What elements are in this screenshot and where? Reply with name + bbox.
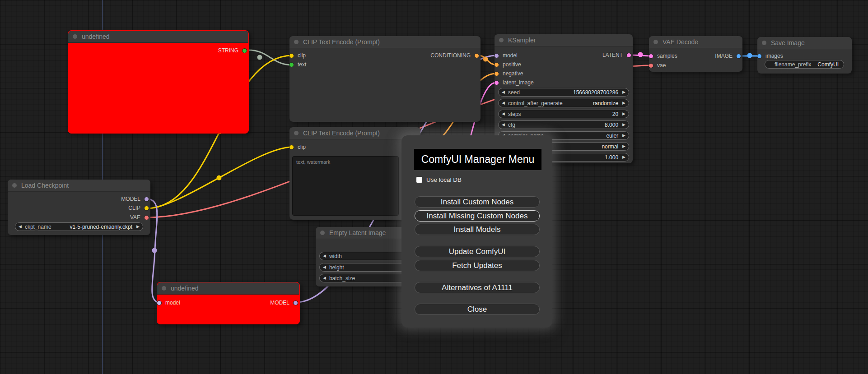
node-clip-text-encode-2[interactable]: CLIP Text Encode (Prompt) clip text, wat… xyxy=(289,127,420,220)
input-slot-text[interactable]: text xyxy=(289,61,310,68)
alternatives-of-a1111-button[interactable]: Alternatives of A1111 xyxy=(415,282,540,293)
node-load-checkpoint[interactable]: Load Checkpoint MODEL CLIP VAE ◀ ckpt_na… xyxy=(8,180,150,235)
output-slot-model[interactable]: MODEL xyxy=(117,195,151,203)
collapse-dot-icon[interactable] xyxy=(762,41,766,45)
slot-dot-image[interactable] xyxy=(736,54,741,59)
fetch-updates-button[interactable]: Fetch Updates xyxy=(415,260,540,271)
slot-dot-conditioning[interactable] xyxy=(494,71,499,76)
input-slot-clip[interactable]: clip xyxy=(289,143,309,151)
node-undefined-top[interactable]: undefined STRING xyxy=(68,30,249,134)
node-vae-decode[interactable]: VAE Decode samples vae IMAGE xyxy=(649,36,742,72)
widget-ckpt-name[interactable]: ◀ ckpt_name v1-5-pruned-emaonly.ckpt ▶ xyxy=(15,222,143,231)
decrement-arrow-icon[interactable]: ◀ xyxy=(323,276,326,280)
slot-dot-string[interactable] xyxy=(242,48,247,53)
decrement-arrow-icon[interactable]: ◀ xyxy=(502,101,505,105)
input-slot-latent-image[interactable]: latent_image xyxy=(494,79,537,86)
install-models-button[interactable]: Install Models xyxy=(415,224,540,235)
output-slot-string[interactable]: STRING xyxy=(215,47,249,54)
widget-cfg[interactable]: ◀ cfg 8.000 ▶ xyxy=(498,120,629,129)
slot-dot-vae[interactable] xyxy=(649,63,653,68)
input-slot-images[interactable]: images xyxy=(757,52,787,60)
slot-dot-image[interactable] xyxy=(757,54,762,59)
input-slot-positive[interactable]: positive xyxy=(494,61,525,68)
install-missing-custom-nodes-button[interactable]: Install Missing Custom Nodes xyxy=(415,210,540,222)
input-slot-clip[interactable]: clip xyxy=(289,52,309,59)
decrement-arrow-icon[interactable]: ◀ xyxy=(502,112,505,116)
prompt-textarea[interactable]: text, watermark xyxy=(292,156,399,216)
output-slot-image[interactable]: IMAGE xyxy=(711,52,743,60)
input-slot-samples[interactable]: samples xyxy=(649,52,681,60)
output-slot-conditioning[interactable]: CONDITIONING xyxy=(427,52,481,59)
node-header[interactable]: undefined xyxy=(68,31,248,43)
output-slot-clip[interactable]: CLIP xyxy=(125,204,151,212)
link-dot xyxy=(483,57,488,62)
slot-dot-latent[interactable] xyxy=(626,53,631,58)
node-header[interactable]: CLIP Text Encode (Prompt) xyxy=(289,127,420,139)
widget-steps[interactable]: ◀ steps 20 ▶ xyxy=(498,110,629,118)
collapse-dot-icon[interactable] xyxy=(162,286,166,291)
slot-dot-model[interactable] xyxy=(494,53,499,58)
collapse-dot-icon[interactable] xyxy=(294,40,299,44)
slot-dot-model[interactable] xyxy=(157,300,162,305)
slot-dot-model[interactable] xyxy=(293,300,298,305)
close-button[interactable]: Close xyxy=(415,304,540,315)
decrement-arrow-icon[interactable]: ◀ xyxy=(502,123,505,127)
node-header[interactable]: Load Checkpoint xyxy=(8,180,150,192)
output-slot-latent[interactable]: LATENT xyxy=(599,51,633,59)
collapse-dot-icon[interactable] xyxy=(653,40,658,44)
update-comfyui-button[interactable]: Update ComfyUI xyxy=(415,246,540,257)
install-custom-nodes-button[interactable]: Install Custom Nodes xyxy=(415,196,540,208)
node-header[interactable]: KSampler xyxy=(495,34,633,46)
node-header[interactable]: Save Image xyxy=(757,37,852,49)
decrement-arrow-icon[interactable]: ◀ xyxy=(502,90,505,94)
collapse-dot-icon[interactable] xyxy=(12,183,17,188)
input-slot-model[interactable]: model xyxy=(494,52,521,59)
increment-arrow-icon[interactable]: ▶ xyxy=(622,155,625,159)
slot-dot-clip[interactable] xyxy=(289,53,294,58)
comfyui-canvas[interactable]: { "nodes": { "undefined_top": { "title":… xyxy=(0,0,868,374)
output-slot-model[interactable]: MODEL xyxy=(266,299,300,306)
collapse-dot-icon[interactable] xyxy=(294,131,299,135)
collapse-dot-icon[interactable] xyxy=(73,34,77,39)
node-save-image[interactable]: Save Image images filename_prefix ComfyU… xyxy=(757,37,852,74)
link-dot xyxy=(152,248,157,253)
input-slot-vae[interactable]: vae xyxy=(649,62,669,69)
link-dot xyxy=(257,55,262,60)
input-slot-model[interactable]: model xyxy=(157,299,184,306)
slot-dot-conditioning[interactable] xyxy=(474,53,479,58)
collapse-dot-icon[interactable] xyxy=(499,38,504,42)
previous-arrow-icon[interactable]: ◀ xyxy=(19,225,22,229)
increment-arrow-icon[interactable]: ▶ xyxy=(622,112,625,116)
slot-dot-text[interactable] xyxy=(289,62,294,67)
decrement-arrow-icon[interactable]: ◀ xyxy=(323,265,326,269)
decrement-arrow-icon[interactable]: ◀ xyxy=(323,254,326,258)
slot-dot-clip[interactable] xyxy=(289,145,294,150)
increment-arrow-icon[interactable]: ▶ xyxy=(622,101,625,105)
node-title: Empty Latent Image xyxy=(329,229,386,236)
increment-arrow-icon[interactable]: ▶ xyxy=(622,123,625,127)
collapse-dot-icon[interactable] xyxy=(320,231,325,235)
widget-seed[interactable]: ◀ seed 156680208700286 ▶ xyxy=(498,88,629,97)
widget-control-after-generate[interactable]: ◀ control_after_generate randomize ▶ xyxy=(498,99,629,107)
node-header[interactable]: CLIP Text Encode (Prompt) xyxy=(289,36,481,48)
increment-arrow-icon[interactable]: ▶ xyxy=(622,144,625,148)
next-arrow-icon[interactable]: ▶ xyxy=(136,225,140,229)
widget-filename-prefix[interactable]: filename_prefix ComfyUI xyxy=(765,60,844,69)
use-local-db-checkbox-row[interactable]: Use local DB xyxy=(416,176,462,183)
slot-dot-vae[interactable] xyxy=(144,215,149,220)
node-header[interactable]: undefined xyxy=(157,282,299,295)
input-slot-negative[interactable]: negative xyxy=(494,70,527,77)
increment-arrow-icon[interactable]: ▶ xyxy=(622,134,625,138)
slot-dot-latent[interactable] xyxy=(649,54,653,59)
slot-dot-clip[interactable] xyxy=(144,206,149,211)
node-header[interactable]: VAE Decode xyxy=(649,36,742,48)
slot-dot-latent[interactable] xyxy=(494,80,499,85)
node-undefined-bottom[interactable]: undefined model MODEL xyxy=(157,282,300,324)
increment-arrow-icon[interactable]: ▶ xyxy=(622,90,625,94)
node-clip-text-encode-1[interactable]: CLIP Text Encode (Prompt) clip text COND… xyxy=(289,36,481,122)
output-slot-vae[interactable]: VAE xyxy=(126,214,151,221)
link-dot xyxy=(747,53,752,58)
slot-dot-conditioning[interactable] xyxy=(494,62,499,67)
slot-dot-model[interactable] xyxy=(144,197,149,202)
checkbox-icon[interactable] xyxy=(416,177,422,183)
